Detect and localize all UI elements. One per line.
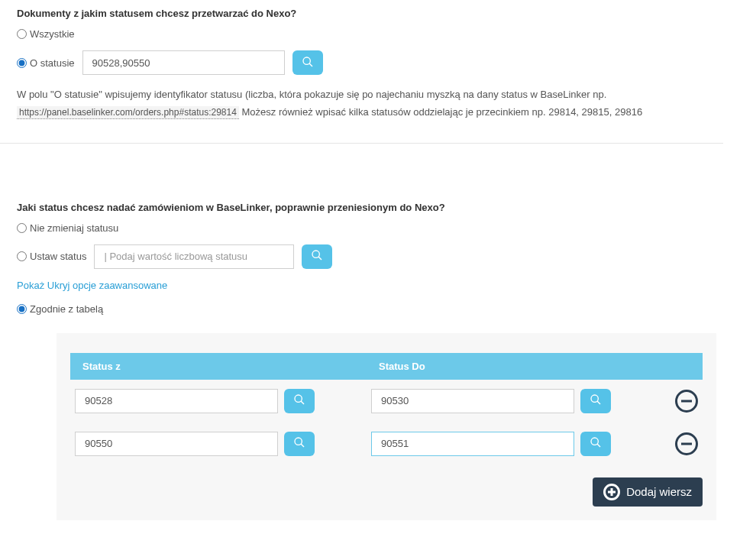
radio-set-status[interactable] (17, 251, 27, 261)
add-row-label: Dodaj wiersz (626, 485, 692, 498)
row-from-input[interactable] (75, 432, 278, 456)
toggle-advanced-link[interactable]: Pokaż Ukryj opcje zaawansowane (17, 280, 167, 291)
svg-line-1 (309, 63, 312, 66)
svg-line-9 (301, 444, 304, 447)
svg-point-6 (591, 395, 598, 402)
search-icon (590, 393, 602, 408)
table-row (70, 422, 703, 465)
search-icon (311, 249, 323, 264)
svg-line-7 (597, 401, 600, 404)
row-to-input[interactable] (371, 432, 574, 456)
search-icon (302, 56, 314, 70)
search-icon (590, 436, 602, 451)
radio-table-label: Zgodnie z tabelą (30, 303, 103, 315)
search-set-status-button[interactable] (302, 244, 332, 269)
svg-line-5 (301, 401, 304, 404)
remove-row-button[interactable] (675, 432, 698, 455)
search-status-button[interactable] (292, 50, 323, 75)
hint-url: https://panel.baselinker.com/orders.php#… (17, 106, 239, 119)
radio-set-status-label: Ustaw status (30, 251, 86, 262)
radio-no-change-label: Nie zmieniaj statusu (30, 222, 118, 234)
svg-line-11 (597, 444, 600, 447)
add-row-button[interactable]: Dodaj wiersz (593, 477, 703, 507)
table-row (70, 380, 703, 422)
search-icon (293, 393, 305, 408)
header-status-to: Status Do (379, 361, 675, 372)
row-from-search-button[interactable] (284, 432, 315, 456)
remove-row-button[interactable] (675, 390, 698, 413)
svg-line-3 (318, 257, 322, 260)
row-to-input[interactable] (371, 389, 574, 413)
hint-text: W polu "O statusie" wpisujemy identyfika… (17, 86, 723, 121)
svg-point-4 (295, 395, 302, 402)
search-icon (293, 436, 305, 451)
radio-status-label: O statusie (30, 57, 75, 69)
svg-point-8 (295, 438, 302, 445)
svg-point-10 (591, 438, 598, 445)
status-table: Status z Status Do (57, 333, 716, 520)
plus-circle-icon (603, 484, 620, 500)
row-to-search-button[interactable] (580, 432, 611, 456)
section2-title: Jaki status chcesz nadać zamówieniom w B… (17, 202, 723, 213)
section1-title: Dokumenty z jakim statusem chcesz przetw… (17, 8, 723, 19)
svg-point-0 (303, 57, 310, 64)
row-from-search-button[interactable] (284, 389, 315, 413)
radio-all-label: Wszystkie (30, 28, 75, 40)
set-status-input[interactable] (94, 244, 294, 269)
radio-no-change[interactable] (17, 223, 27, 233)
header-status-from: Status z (82, 361, 379, 372)
table-header: Status z Status Do (70, 353, 703, 380)
svg-point-2 (312, 251, 319, 257)
radio-status[interactable] (17, 58, 27, 68)
radio-table[interactable] (17, 304, 27, 314)
status-input[interactable] (82, 50, 285, 75)
row-to-search-button[interactable] (580, 389, 611, 413)
radio-all[interactable] (17, 29, 27, 39)
divider (0, 143, 723, 144)
row-from-input[interactable] (75, 389, 278, 413)
